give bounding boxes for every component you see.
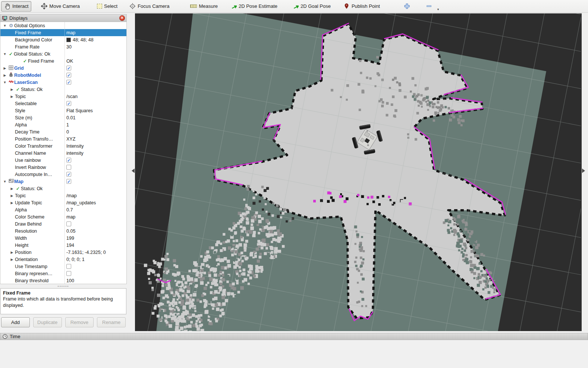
tool-2d-goal-pose[interactable]: 2D Goal Pose xyxy=(289,1,334,12)
collapse-right-arrow-icon[interactable] xyxy=(582,169,587,173)
checkbox-unchecked[interactable] xyxy=(66,271,71,276)
property-value[interactable]: 1 xyxy=(66,122,69,128)
tool-2d-pose-estimate[interactable]: 2D Pose Estimate xyxy=(227,1,280,12)
property-row-fixed-frame[interactable]: ✓Fixed FrameOK xyxy=(0,57,126,65)
displays-panel-header[interactable]: Displays ✕ xyxy=(0,14,127,22)
expander-down-icon[interactable]: ▼ xyxy=(2,81,8,84)
property-row-autocompute-in[interactable]: Autocompute In…✓ xyxy=(0,171,126,178)
property-row-binary-represen[interactable]: Binary represen… xyxy=(0,270,126,277)
property-value[interactable]: Flat Squares xyxy=(66,108,93,113)
property-row-alpha[interactable]: Alpha1 xyxy=(0,121,126,128)
tool-focus-camera[interactable]: Focus Camera xyxy=(126,1,172,12)
expander-right-icon[interactable]: ▶ xyxy=(9,201,15,205)
property-row-grid[interactable]: ▶Grid✓ xyxy=(0,65,126,72)
checkbox-checked[interactable]: ✓ xyxy=(66,101,71,106)
property-value[interactable]: 100 xyxy=(66,278,74,283)
panel-splitter-grip[interactable]: •••••• xyxy=(0,284,127,288)
expander-right-icon[interactable]: ▶ xyxy=(9,194,15,198)
tool-move-camera[interactable]: Move Camera xyxy=(38,1,83,12)
property-row-resolution[interactable]: Resolution0.05 xyxy=(0,227,126,235)
property-value[interactable]: map xyxy=(66,30,75,35)
expander-right-icon[interactable]: ▶ xyxy=(2,73,8,77)
property-row-decay-time[interactable]: Decay Time0 xyxy=(0,128,126,135)
property-row-global-options[interactable]: ▼⚙Global Options xyxy=(0,22,126,29)
property-row-width[interactable]: Width199 xyxy=(0,235,126,242)
property-value[interactable]: 48; 48; 48 xyxy=(73,37,94,43)
property-value[interactable]: 0.01 xyxy=(66,115,75,120)
property-row-selectable[interactable]: Selectable✓ xyxy=(0,100,126,107)
tool-select[interactable]: Select xyxy=(94,1,120,12)
close-icon[interactable]: ✕ xyxy=(119,15,125,21)
property-value[interactable]: map xyxy=(66,214,75,220)
expander-right-icon[interactable]: ▶ xyxy=(9,187,15,191)
property-row-map[interactable]: ▼Map✓ xyxy=(0,178,126,185)
property-row-topic[interactable]: ▶Topic/map xyxy=(0,192,126,199)
property-value[interactable]: Intensity xyxy=(66,144,84,149)
rename-display-button[interactable]: Rename xyxy=(97,317,126,327)
add-display-button[interactable]: Add xyxy=(1,317,30,327)
property-value[interactable]: -7.1631; -4.2325; 0 xyxy=(66,250,106,255)
expander-right-icon[interactable]: ▶ xyxy=(9,251,15,254)
checkbox-checked[interactable]: ✓ xyxy=(66,158,71,163)
checkbox-checked[interactable]: ✓ xyxy=(66,172,71,177)
property-row-height[interactable]: Height194 xyxy=(0,242,126,249)
property-row-channel-name[interactable]: Channel Nameintensity xyxy=(0,150,126,157)
property-row-frame-rate[interactable]: Frame Rate30 xyxy=(0,43,126,50)
property-value[interactable]: intensity xyxy=(66,151,84,156)
time-panel-header[interactable]: Time xyxy=(0,333,588,340)
expander-down-icon[interactable]: ▼ xyxy=(2,180,8,183)
property-row-position-transfo[interactable]: Position Transfo…XYZ xyxy=(0,135,126,142)
right-panel-splitter[interactable] xyxy=(582,13,588,331)
property-row-global-status-ok[interactable]: ▼✓Global Status: Ok xyxy=(0,50,126,57)
remove-tool-button[interactable] xyxy=(423,1,435,12)
property-row-style[interactable]: StyleFlat Squares xyxy=(0,107,126,114)
expander-right-icon[interactable]: ▶ xyxy=(2,66,8,70)
expander-right-icon[interactable]: ▶ xyxy=(9,258,15,261)
property-row-topic[interactable]: ▶Topic/scan xyxy=(0,93,126,100)
property-value[interactable]: /map_updates xyxy=(66,200,96,205)
expander-down-icon[interactable]: ▼ xyxy=(2,52,8,56)
property-row-update-topic[interactable]: ▶Update Topic/map_updates xyxy=(0,199,126,206)
property-row-status-ok[interactable]: ▶✓Status: Ok xyxy=(0,185,126,192)
property-row-draw-behind[interactable]: Draw Behind xyxy=(0,220,126,227)
property-row-color-scheme[interactable]: Color Schememap xyxy=(0,213,126,220)
property-row-status-ok[interactable]: ▶✓Status: Ok xyxy=(0,86,126,93)
property-row-use-rainbow[interactable]: Use rainbow✓ xyxy=(0,157,126,164)
collapse-left-arrow-icon[interactable] xyxy=(129,169,135,173)
property-value[interactable]: 0.7 xyxy=(66,207,73,213)
property-row-invert-rainbow[interactable]: Invert Rainbow xyxy=(0,164,126,171)
property-value[interactable]: 199 xyxy=(66,236,74,241)
property-value[interactable]: 0 xyxy=(66,129,69,135)
property-row-alpha[interactable]: Alpha0.7 xyxy=(0,206,126,213)
property-row-binary-threshold[interactable]: Binary threshold100 xyxy=(0,277,126,284)
checkbox-checked[interactable]: ✓ xyxy=(66,66,71,70)
add-tool-button[interactable] xyxy=(401,1,413,12)
expander-down-icon[interactable]: ▼ xyxy=(2,24,8,28)
property-value[interactable]: XYZ xyxy=(66,136,75,142)
duplicate-display-button[interactable]: Duplicate xyxy=(33,317,62,327)
property-value[interactable]: OK xyxy=(66,59,73,64)
property-value[interactable]: 0.05 xyxy=(66,229,75,234)
property-row-color-transformer[interactable]: Color TransformerIntensity xyxy=(0,142,126,150)
checkbox-unchecked[interactable] xyxy=(66,221,71,226)
toolbar-overflow-arrow[interactable]: ▾ xyxy=(437,7,439,12)
checkbox-checked[interactable]: ✓ xyxy=(66,73,71,78)
checkbox-checked[interactable]: ✓ xyxy=(66,80,71,85)
property-row-fixed-frame[interactable]: Fixed Framemap xyxy=(0,29,126,36)
tool-measure[interactable]: Measure xyxy=(187,1,221,12)
remove-display-button[interactable]: Remove xyxy=(65,317,94,327)
checkbox-checked[interactable]: ✓ xyxy=(66,179,71,184)
property-value[interactable]: 30 xyxy=(66,44,72,50)
property-row-size-m[interactable]: Size (m)0.01 xyxy=(0,114,126,121)
property-row-background-color[interactable]: Background Color48; 48; 48 xyxy=(0,36,126,43)
property-row-use-timestamp[interactable]: Use Timestamp xyxy=(0,263,126,270)
property-value[interactable]: /scan xyxy=(66,94,78,99)
property-value[interactable]: 0; 0; 0; 1 xyxy=(66,257,85,262)
property-row-position[interactable]: ▶Position-7.1631; -4.2325; 0 xyxy=(0,249,126,256)
property-value[interactable]: 194 xyxy=(66,243,74,248)
expander-right-icon[interactable]: ▶ xyxy=(9,95,15,98)
expander-right-icon[interactable]: ▶ xyxy=(9,88,15,91)
tool-publish-point[interactable]: Publish Point xyxy=(340,1,383,12)
property-value[interactable]: /map xyxy=(66,193,77,198)
checkbox-unchecked[interactable] xyxy=(66,165,71,170)
